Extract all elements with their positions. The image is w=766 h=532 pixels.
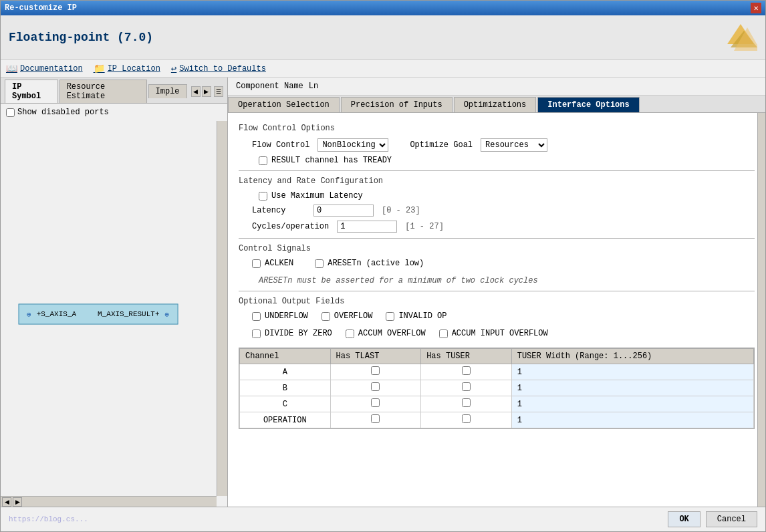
optional-output-section: Optional Output Fields UNDERFLOW OVERFLO… [239, 297, 755, 342]
ip-location-link[interactable]: 📁 IP Location [94, 63, 160, 74]
latency-input[interactable] [313, 205, 374, 217]
tuser-op-checkbox[interactable] [462, 414, 471, 423]
areset-label: ARESETn (active low) [328, 259, 424, 268]
tlast-c-checkbox[interactable] [371, 398, 380, 407]
tlast-c[interactable] [330, 396, 421, 412]
tab-ip-symbol[interactable]: IP Symbol [5, 80, 58, 103]
tlast-operation[interactable] [330, 412, 421, 428]
control-signals-section: Control Signals ACLKEN ARESETn (active l… [239, 244, 755, 285]
underflow-checkbox[interactable] [252, 312, 261, 321]
tab-interface-options[interactable]: Interface Options [537, 97, 639, 112]
tuser-width-c: 1 [511, 396, 753, 412]
latency-range: [0 - 23] [382, 206, 420, 215]
scroll-right-button[interactable]: ▶ [13, 497, 22, 507]
documentation-link[interactable]: 📖 Documentation [6, 63, 83, 74]
result-channel-checkbox[interactable] [259, 156, 267, 165]
switch-defaults-link[interactable]: ↩ Switch to Defaults [171, 63, 266, 74]
overflow-row: OVERFLOW [322, 311, 373, 321]
cancel-button[interactable]: Cancel [706, 511, 757, 527]
tuser-a-checkbox[interactable] [462, 366, 471, 375]
tab-menu-button[interactable]: ☰ [214, 86, 223, 97]
left-scrollbar-vertical[interactable] [217, 121, 227, 496]
output-port-label: M_AXIS_RESULT+ [98, 310, 159, 318]
divide-by-zero-label: DIVIDE BY ZERO [265, 329, 332, 338]
col-tuser-width: TUSER Width (Range: 1...256) [511, 349, 753, 364]
tab-imple[interactable]: Imple [148, 84, 187, 98]
bottom-bar: https://blog.cs... OK Cancel [1, 507, 765, 531]
right-scrollbar[interactable] [757, 113, 765, 507]
invalid-op-checkbox[interactable] [386, 312, 394, 321]
tab-optimizations[interactable]: Optimizations [454, 97, 537, 112]
tab-resource-estimate[interactable]: Resource Estimate [59, 80, 147, 103]
tuser-a[interactable] [421, 364, 512, 380]
aclken-checkbox[interactable] [252, 259, 261, 268]
overflow-checkbox[interactable] [322, 312, 330, 321]
flow-control-select[interactable]: Blocking NonBlocking [317, 138, 388, 152]
table-row: A 1 [240, 364, 754, 380]
ip-location-label: IP Location [108, 64, 160, 74]
overflow-label: OVERFLOW [334, 311, 373, 321]
accum-input-overflow-checkbox[interactable] [439, 329, 448, 338]
ip-block-inner: ⊕ +S_AXIS_A M_AXIS_RESULT+ ⊕ [18, 303, 178, 324]
channel-b: B [240, 380, 331, 396]
title-bar: Re-customize IP ✕ [1, 1, 765, 15]
tlast-op-checkbox[interactable] [371, 414, 380, 423]
col-has-tuser: Has TUSER [421, 349, 512, 364]
optimize-goal-label: Optimize Goal [410, 140, 473, 150]
control-signals-title: Control Signals [239, 244, 755, 253]
tuser-operation[interactable] [421, 412, 512, 428]
areset-checkbox[interactable] [315, 259, 324, 268]
tlast-a[interactable] [330, 364, 421, 380]
scroll-left-button[interactable]: ◀ [2, 497, 11, 507]
divider-3 [239, 291, 755, 291]
cycles-input[interactable] [337, 221, 397, 233]
tuser-b-checkbox[interactable] [462, 382, 471, 391]
flow-control-title: Flow Control Options [239, 124, 755, 133]
accum-overflow-checkbox[interactable] [346, 329, 354, 338]
content-area: IP Symbol Resource Estimate Imple ◀ ▶ ☰ … [1, 78, 765, 507]
result-channel-label: RESULT channel has TREADY [271, 156, 392, 165]
tlast-b-checkbox[interactable] [371, 382, 380, 391]
switch-defaults-label: Switch to Defaults [179, 64, 266, 74]
use-max-latency-checkbox[interactable] [259, 192, 267, 201]
optimize-goal-select[interactable]: Resources Speed [481, 138, 547, 152]
tlast-a-checkbox[interactable] [371, 366, 380, 375]
accum-overflow-label: ACCUM OVERFLOW [358, 329, 426, 338]
show-ports-checkbox[interactable] [6, 108, 15, 117]
underflow-label: UNDERFLOW [265, 311, 308, 321]
output-port-connector: ⊕ [165, 309, 170, 318]
areset-info: ARESETn must be asserted for a minimum o… [239, 276, 755, 285]
optional-fields-row-2: DIVIDE BY ZERO ACCUM OVERFLOW ACCUM INPU… [239, 329, 755, 342]
channel-table: Channel Has TLAST Has TUSER TUSER Width … [239, 348, 754, 428]
tlast-b[interactable] [330, 380, 421, 396]
col-channel: Channel [240, 349, 331, 364]
input-port-label: +S_AXIS_A [37, 310, 76, 318]
close-button[interactable]: ✕ [751, 3, 761, 13]
tuser-c[interactable] [421, 396, 512, 412]
folder-icon: 📁 [94, 63, 105, 74]
diagram-area: ⊕ +S_AXIS_A M_AXIS_RESULT+ ⊕ ◀ ▶ [1, 121, 227, 507]
component-name-row: Component Name Ln [228, 78, 765, 96]
accum-input-overflow-row: ACCUM INPUT OVERFLOW [439, 329, 548, 338]
component-name-value: Ln [309, 82, 318, 91]
divider-2 [239, 238, 755, 239]
areset-row: ARESETn (active low) [301, 259, 424, 268]
tuser-c-checkbox[interactable] [462, 398, 471, 407]
channel-c: C [240, 396, 331, 412]
tab-prev-button[interactable]: ◀ [191, 86, 201, 97]
table-row: OPERATION 1 [240, 412, 754, 428]
accum-overflow-row: ACCUM OVERFLOW [346, 329, 426, 338]
tuser-b[interactable] [421, 380, 512, 396]
table-row: B 1 [240, 380, 754, 396]
tab-precision-inputs[interactable]: Precision of Inputs [341, 97, 453, 112]
result-channel-row: RESULT channel has TREADY [239, 156, 755, 165]
documentation-label: Documentation [20, 64, 83, 74]
latency-label: Latency [252, 206, 305, 215]
flow-control-label: Flow Control [252, 140, 309, 150]
left-scrollbar-horizontal[interactable]: ◀ ▶ [1, 496, 217, 507]
tab-operation-selection[interactable]: Operation Selection [228, 97, 340, 112]
divide-by-zero-checkbox[interactable] [252, 329, 261, 338]
tab-next-button[interactable]: ▶ [202, 86, 211, 97]
input-port-connector: ⊕ [27, 309, 31, 318]
ok-button[interactable]: OK [668, 511, 700, 527]
